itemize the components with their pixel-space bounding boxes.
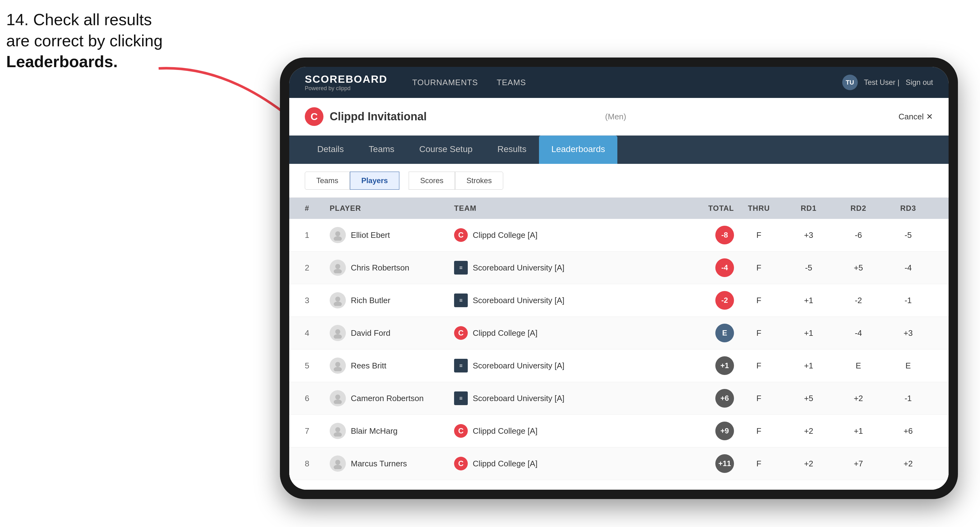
row-player: Cameron Robertson	[330, 390, 454, 406]
row-team: C Clippd College [A]	[454, 228, 672, 242]
col-team: TEAM	[454, 204, 672, 213]
logo-area: SCOREBOARD Powered by clippd	[305, 73, 388, 92]
sub-filters: Teams Players Scores Strokes	[289, 164, 948, 198]
svg-point-14	[334, 432, 342, 437]
table-row: 1 Elliot Ebert C Clippd College [A] -8 F…	[289, 219, 948, 252]
svg-point-16	[334, 465, 342, 469]
row-thru: F	[734, 263, 784, 273]
row-pos: 8	[305, 459, 330, 468]
score-badge: +9	[715, 422, 734, 440]
row-pos: 1	[305, 230, 330, 240]
tab-leaderboards[interactable]: Leaderboards	[539, 136, 618, 164]
team-logo: ≡	[454, 261, 468, 275]
svg-point-2	[334, 236, 342, 241]
sign-out-link[interactable]: Sign out	[906, 78, 933, 87]
row-team: ≡ Scoreboard University [A]	[454, 391, 672, 405]
svg-point-13	[335, 427, 340, 432]
col-rd3: RD3	[883, 204, 933, 213]
row-player: Elliot Ebert	[330, 227, 454, 243]
row-rd1: +3	[784, 230, 834, 240]
col-rd2: RD2	[834, 204, 883, 213]
nav-right: TU Test User | Sign out	[842, 75, 933, 90]
row-pos: 2	[305, 263, 330, 273]
row-rd2: +5	[834, 263, 883, 273]
row-rd3: -5	[883, 230, 933, 240]
tab-results[interactable]: Results	[485, 136, 539, 164]
close-icon: ✕	[926, 112, 933, 122]
svg-point-3	[335, 264, 340, 269]
row-team: C Clippd College [A]	[454, 457, 672, 470]
logo-sub: Powered by clippd	[305, 85, 388, 92]
col-pos: #	[305, 204, 330, 213]
table-row: 7 Blair McHarg C Clippd College [A] +9 F…	[289, 415, 948, 448]
table-row: 2 Chris Robertson ≡ Scoreboard Universit…	[289, 252, 948, 284]
svg-point-6	[334, 302, 342, 306]
team-logo: C	[454, 228, 468, 242]
row-rd1: +1	[784, 328, 834, 338]
row-rd3: +2	[883, 459, 933, 468]
row-player: Chris Robertson	[330, 260, 454, 276]
cancel-button[interactable]: Cancel ✕	[899, 112, 933, 122]
filter-scores[interactable]: Scores	[409, 171, 455, 190]
row-pos: 4	[305, 328, 330, 338]
player-avatar	[330, 325, 346, 341]
team-logo: C	[454, 326, 468, 340]
row-total: -8	[672, 226, 734, 244]
logo-text: SCOREBOARD	[305, 73, 388, 85]
player-avatar	[330, 456, 346, 471]
filter-teams[interactable]: Teams	[305, 171, 350, 190]
row-rd2: +7	[834, 459, 883, 468]
filter-players[interactable]: Players	[350, 171, 399, 190]
row-total: -2	[672, 291, 734, 310]
row-total: +6	[672, 389, 734, 408]
col-rd1: RD1	[784, 204, 834, 213]
svg-point-5	[335, 297, 340, 302]
tournament-sub: (Men)	[605, 112, 626, 122]
tab-course-setup[interactable]: Course Setup	[407, 136, 485, 164]
instruction-text: 14. Check all results are correct by cli…	[6, 10, 163, 73]
row-rd2: +2	[834, 394, 883, 403]
row-rd1: +1	[784, 296, 834, 305]
row-team: C Clippd College [A]	[454, 424, 672, 438]
nav-teams[interactable]: TEAMS	[497, 75, 526, 90]
row-thru: F	[734, 296, 784, 305]
row-rd1: +1	[784, 361, 834, 371]
row-thru: F	[734, 459, 784, 468]
col-total: TOTAL	[672, 204, 734, 213]
svg-point-9	[335, 362, 340, 367]
svg-point-8	[334, 334, 342, 338]
team-logo: ≡	[454, 294, 468, 307]
row-rd3: +3	[883, 328, 933, 338]
tab-bar: Details Teams Course Setup Results Leade…	[289, 136, 948, 164]
nav-tournaments[interactable]: TOURNAMENTS	[412, 75, 478, 90]
score-badge: +6	[715, 389, 734, 408]
row-team: ≡ Scoreboard University [A]	[454, 261, 672, 275]
row-pos: 6	[305, 394, 330, 403]
svg-point-7	[335, 329, 340, 334]
row-total: +1	[672, 356, 734, 375]
row-rd2: -2	[834, 296, 883, 305]
row-player: Rich Butler	[330, 292, 454, 308]
row-team: C Clippd College [A]	[454, 326, 672, 340]
score-badge: -8	[715, 226, 734, 244]
row-rd1: +5	[784, 394, 834, 403]
score-badge: E	[715, 324, 734, 342]
team-logo: C	[454, 424, 468, 438]
row-rd1: +2	[784, 426, 834, 436]
tab-teams[interactable]: Teams	[356, 136, 407, 164]
row-player: David Ford	[330, 325, 454, 341]
table-row: 8 Marcus Turners C Clippd College [A] +1…	[289, 448, 948, 480]
player-avatar	[330, 390, 346, 406]
tab-details[interactable]: Details	[305, 136, 356, 164]
row-total: E	[672, 324, 734, 342]
filter-strokes[interactable]: Strokes	[455, 171, 503, 190]
player-avatar	[330, 260, 346, 276]
player-avatar	[330, 227, 346, 243]
col-player: PLAYER	[330, 204, 454, 213]
row-rd1: -5	[784, 263, 834, 273]
row-thru: F	[734, 426, 784, 436]
tournament-name: Clippd Invitational	[330, 110, 602, 123]
table-row: 6 Cameron Robertson ≡ Scoreboard Univers…	[289, 382, 948, 415]
row-player: Marcus Turners	[330, 456, 454, 471]
row-total: +9	[672, 422, 734, 440]
